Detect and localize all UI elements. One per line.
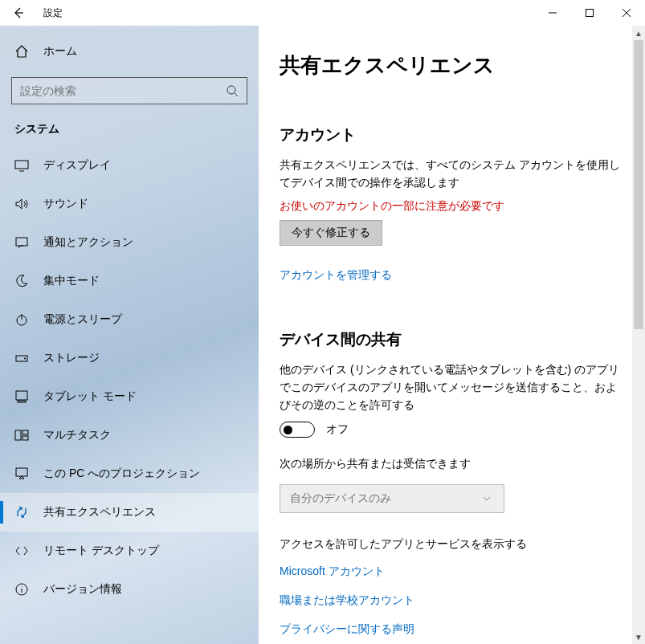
svg-rect-9: [15, 430, 21, 440]
nav-label: タブレット モード: [43, 389, 137, 404]
select-value: 自分のデバイスのみ: [290, 491, 391, 506]
storage-icon: [14, 351, 29, 365]
share-toggle[interactable]: [280, 422, 315, 438]
titlebar: 設定: [0, 0, 645, 26]
svg-rect-12: [16, 468, 27, 476]
search-input[interactable]: [11, 77, 247, 104]
remote-icon: [14, 544, 29, 558]
search-icon: [225, 84, 239, 98]
scroll-up-icon[interactable]: ▲: [632, 26, 645, 40]
maximize-icon: [582, 6, 597, 20]
moon-icon: [14, 274, 29, 288]
nav-label: マルチタスク: [43, 428, 111, 442]
nav-item-multitask[interactable]: マルチタスク: [0, 416, 259, 454]
nav-item-projection[interactable]: この PC へのプロジェクション: [0, 454, 259, 493]
shared-icon: [14, 505, 29, 520]
fix-now-button[interactable]: 今すぐ修正する: [280, 220, 382, 246]
svg-rect-3: [16, 238, 27, 246]
nav-label: ディスプレイ: [43, 158, 111, 173]
tablet-icon: [14, 389, 29, 404]
privacy-statement-link[interactable]: プライバシーに関する声明: [280, 622, 414, 637]
nav-item-remote-desktop[interactable]: リモート デスクトップ: [0, 532, 259, 570]
page-title: 共有エクスペリエンス: [280, 51, 624, 79]
receive-from-label: 次の場所から共有または受信できます: [280, 457, 624, 471]
svg-rect-0: [586, 10, 594, 17]
maximize-button[interactable]: [571, 0, 608, 26]
nav-item-shared-experiences[interactable]: 共有エクスペリエンス: [0, 493, 259, 532]
home-icon: [14, 44, 29, 59]
minimize-icon: [545, 6, 560, 20]
category-label: システム: [0, 119, 259, 146]
nav-label: バージョン情報: [43, 582, 122, 597]
minimize-button[interactable]: [534, 0, 571, 26]
nav-label: 集中モード: [43, 274, 100, 288]
section-share-heading: デバイス間の共有: [280, 329, 624, 350]
share-description: 他のデバイス (リンクされている電話やタブレットを含む) のアプリでこのデバイス…: [280, 361, 624, 414]
svg-rect-8: [18, 401, 26, 402]
projection-icon: [14, 467, 29, 481]
home-button[interactable]: ホーム: [0, 34, 259, 69]
multitask-icon: [14, 428, 29, 442]
nav-label: サウンド: [43, 197, 88, 211]
nav-label: 通知とアクション: [43, 235, 133, 250]
sidebar: ホーム システム ディスプレイ サウンド: [0, 26, 259, 644]
nav-item-about[interactable]: バージョン情報: [0, 570, 259, 609]
nav-item-display[interactable]: ディスプレイ: [0, 146, 259, 185]
scrollbar-thumb[interactable]: [634, 40, 643, 329]
nav-label: 共有エクスペリエンス: [43, 505, 156, 520]
svg-point-6: [24, 358, 26, 360]
nav-label: 電源とスリープ: [43, 312, 122, 327]
svg-rect-2: [15, 161, 28, 169]
power-icon: [14, 312, 29, 327]
vertical-scrollbar[interactable]: ▲ ▼: [632, 26, 645, 644]
nav-item-tablet[interactable]: タブレット モード: [0, 377, 259, 416]
content-pane: 共有エクスペリエンス アカウント 共有エクスペリエンスでは、すべてのシステム ア…: [259, 26, 645, 644]
svg-rect-10: [22, 430, 28, 434]
arrow-left-icon: [11, 6, 26, 20]
nav-item-focus[interactable]: 集中モード: [0, 262, 259, 300]
nav-item-power[interactable]: 電源とスリープ: [0, 300, 259, 339]
nav-item-sound[interactable]: サウンド: [0, 185, 259, 223]
allowed-apps-label: アクセスを許可したアプリとサービスを表示する: [280, 537, 624, 552]
share-toggle-state: オフ: [326, 422, 349, 437]
account-description: 共有エクスペリエンスでは、すべてのシステム アカウントを使用してデバイス間での操…: [280, 157, 624, 191]
scroll-down-icon[interactable]: ▼: [632, 630, 645, 644]
notifications-icon: [14, 235, 29, 250]
info-icon: [14, 582, 29, 597]
svg-point-1: [227, 86, 235, 94]
nav-label: ストレージ: [43, 351, 100, 365]
sound-icon: [14, 197, 29, 211]
nav-label: この PC へのプロジェクション: [43, 467, 200, 481]
work-school-account-link[interactable]: 職場または学校アカウント: [280, 593, 414, 608]
nav-item-storage[interactable]: ストレージ: [0, 339, 259, 377]
close-icon: [619, 6, 634, 20]
search-field[interactable]: [11, 77, 247, 104]
account-warning: お使いのアカウントの一部に注意が必要です: [280, 199, 624, 214]
display-icon: [14, 158, 29, 173]
nav-item-notifications[interactable]: 通知とアクション: [0, 223, 259, 262]
back-button[interactable]: [0, 0, 37, 26]
close-button[interactable]: [608, 0, 645, 26]
svg-rect-11: [22, 436, 28, 440]
manage-account-link[interactable]: アカウントを管理する: [280, 268, 392, 283]
microsoft-account-link[interactable]: Microsoft アカウント: [280, 565, 385, 579]
home-label: ホーム: [43, 44, 77, 59]
section-account-heading: アカウント: [280, 124, 624, 145]
chevron-down-icon: [480, 491, 494, 506]
app-title: 設定: [43, 6, 63, 20]
svg-rect-7: [16, 391, 27, 400]
nav-label: リモート デスクトップ: [43, 544, 159, 558]
receive-from-select[interactable]: 自分のデバイスのみ: [280, 484, 504, 513]
nav-list: ディスプレイ サウンド 通知とアクション 集中モード 電源とスリープ: [0, 146, 259, 609]
